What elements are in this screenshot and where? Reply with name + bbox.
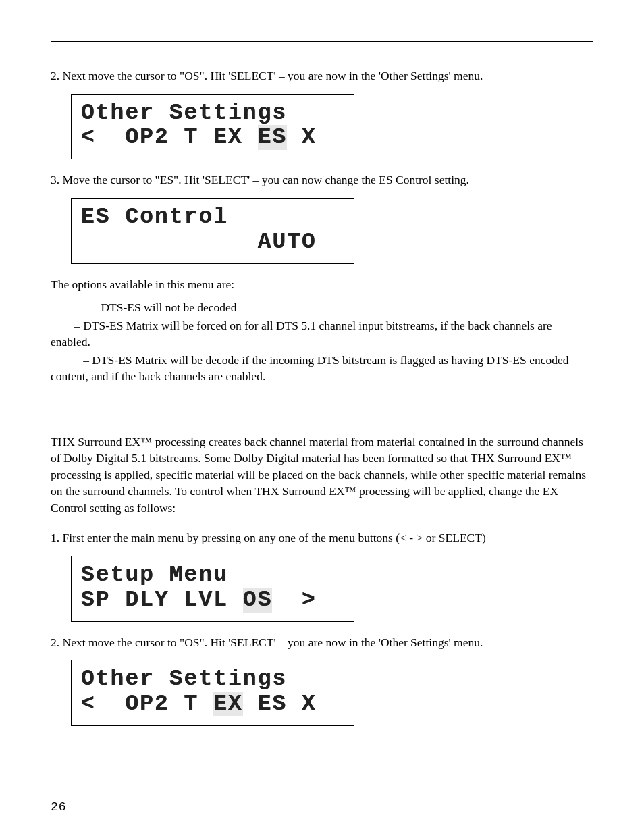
lcd-seg-after: > — [272, 588, 316, 613]
step-1b-text: 1. First enter the main menu by pressing… — [51, 529, 593, 546]
lcd-seg-after: ES X — [243, 692, 317, 716]
lcd-seg-before: SP DLY LVL — [81, 588, 243, 613]
spacer — [51, 523, 593, 529]
lcd-line-1: Other Settings — [81, 667, 344, 692]
lcd-line-2: SP DLY LVL OS > — [81, 588, 344, 613]
option-on: – DTS-ES Matrix will be forced on for al… — [51, 317, 593, 350]
lcd-seg-before: < OP2 T EX — [81, 125, 258, 150]
lcd-display-other-settings-es: Other Settings < OP2 T EX ES X — [71, 94, 354, 160]
lcd-line-1: ES Control — [81, 205, 344, 230]
lcd-line-2: AUTO — [81, 230, 344, 255]
spacer — [51, 386, 593, 434]
step-2-text: 2. Next move the cursor to "OS". Hit 'SE… — [51, 68, 593, 84]
lcd-highlight-os: OS — [243, 588, 273, 613]
step-3-text: 3. Move the cursor to "ES". Hit 'SELECT'… — [51, 172, 593, 188]
manual-page: 2. Next move the cursor to "OS". Hit 'SE… — [0, 0, 644, 834]
top-rule — [51, 41, 593, 42]
lcd-highlight-es: ES — [258, 125, 288, 150]
thx-paragraph: THX Surround EX™ processing creates back… — [51, 434, 593, 517]
step-2b-text: 2. Next move the cursor to "OS". Hit 'SE… — [51, 634, 593, 651]
lcd-line-2: < OP2 T EX ES X — [81, 692, 344, 717]
lcd-seg-after: X — [287, 125, 317, 150]
option-auto: – DTS-ES Matrix will be decode if the in… — [51, 352, 593, 385]
options-intro: The options available in this menu are: — [51, 276, 593, 293]
lcd-line-2: < OP2 T EX ES X — [81, 126, 344, 151]
lcd-line-1: Setup Menu — [81, 563, 344, 588]
option-off: – DTS-ES will not be decoded — [51, 299, 593, 316]
lcd-display-es-control: ES Control AUTO — [71, 198, 354, 264]
lcd-seg-before: < OP2 T — [81, 692, 213, 716]
lcd-display-other-settings-ex: Other Settings < OP2 T EX ES X — [71, 660, 354, 726]
lcd-display-setup-menu: Setup Menu SP DLY LVL OS > — [71, 556, 354, 622]
page-number: 26 — [51, 800, 67, 814]
lcd-highlight-ex: EX — [213, 692, 243, 716]
lcd-line-1: Other Settings — [81, 101, 344, 126]
